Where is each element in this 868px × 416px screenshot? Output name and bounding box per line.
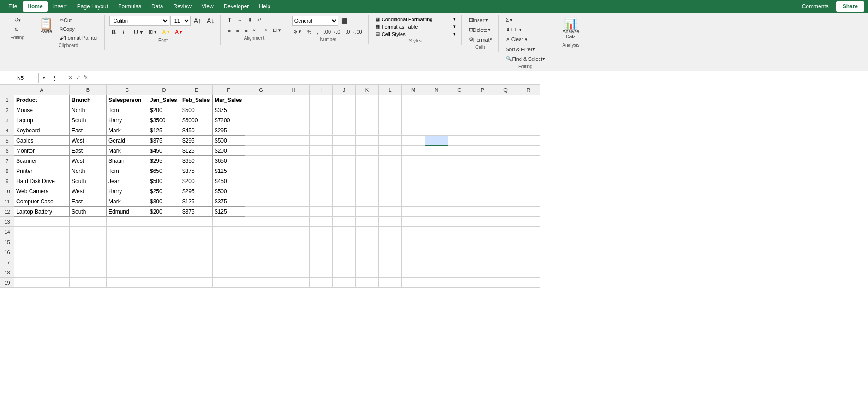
col-header-G[interactable]: G — [245, 85, 277, 95]
cell-Q2[interactable] — [494, 105, 517, 115]
col-header-I[interactable]: I — [310, 85, 333, 95]
cell-G14[interactable] — [245, 227, 277, 237]
cell-H16[interactable] — [277, 247, 310, 257]
cell-R8[interactable] — [517, 166, 540, 176]
cell-F11[interactable]: $375 — [213, 196, 245, 207]
cell-K12[interactable] — [356, 207, 379, 217]
cell-E11[interactable]: $125 — [180, 196, 213, 207]
col-header-M[interactable]: M — [402, 85, 425, 95]
cell-G4[interactable] — [245, 125, 277, 136]
insert-button[interactable]: ⊞ Insert ▾ — [467, 16, 495, 24]
cell-F10[interactable]: $500 — [213, 186, 245, 196]
cell-K10[interactable] — [356, 186, 379, 196]
cell-A19[interactable] — [14, 278, 70, 288]
cell-R13[interactable] — [517, 217, 540, 227]
cell-D18[interactable] — [148, 267, 180, 278]
cell-C16[interactable] — [107, 247, 148, 257]
cell-A15[interactable] — [14, 237, 70, 247]
cell-L9[interactable] — [379, 176, 402, 186]
cell-N18[interactable] — [425, 267, 448, 278]
italic-button[interactable]: I — [120, 27, 131, 37]
cell-P9[interactable] — [471, 176, 494, 186]
cell-J6[interactable] — [333, 146, 356, 156]
cell-N4[interactable] — [425, 125, 448, 136]
cell-E18[interactable] — [180, 267, 213, 278]
cell-B14[interactable] — [70, 227, 107, 237]
cell-E16[interactable] — [180, 247, 213, 257]
cell-P18[interactable] — [471, 267, 494, 278]
cell-A2[interactable]: Mouse — [14, 105, 70, 115]
cell-G8[interactable] — [245, 166, 277, 176]
delete-button[interactable]: ⊟ Delete ▾ — [467, 25, 495, 34]
format-button[interactable]: ⚙ Format ▾ — [467, 35, 495, 44]
row-header-12[interactable]: 12 — [0, 207, 14, 217]
cell-H6[interactable] — [277, 146, 310, 156]
cell-N11[interactable] — [425, 196, 448, 207]
paste-button[interactable]: 📋 Paste — [36, 16, 56, 36]
cell-K9[interactable] — [356, 176, 379, 186]
cell-P11[interactable] — [471, 196, 494, 207]
cell-A13[interactable] — [14, 217, 70, 227]
cell-L11[interactable] — [379, 196, 402, 207]
cell-K1[interactable] — [356, 95, 379, 105]
cell-K19[interactable] — [356, 278, 379, 288]
cell-R19[interactable] — [517, 278, 540, 288]
cell-N12[interactable] — [425, 207, 448, 217]
align-center-button[interactable]: ≡ — [234, 26, 241, 35]
col-header-B[interactable]: B — [70, 85, 107, 95]
cell-A16[interactable] — [14, 247, 70, 257]
cell-H4[interactable] — [277, 125, 310, 136]
cell-C8[interactable]: Tom — [107, 166, 148, 176]
cell-J4[interactable] — [333, 125, 356, 136]
cell-I9[interactable] — [310, 176, 333, 186]
cell-M19[interactable] — [402, 278, 425, 288]
cell-L18[interactable] — [379, 267, 402, 278]
cell-G5[interactable] — [245, 136, 277, 146]
cell-C17[interactable] — [107, 257, 148, 267]
cell-L12[interactable] — [379, 207, 402, 217]
cell-F16[interactable] — [213, 247, 245, 257]
cell-E14[interactable] — [180, 227, 213, 237]
cell-E17[interactable] — [180, 257, 213, 267]
row-header-2[interactable]: 2 — [0, 105, 14, 115]
col-header-L[interactable]: L — [379, 85, 402, 95]
menu-home[interactable]: Home — [23, 1, 47, 12]
cell-H10[interactable] — [277, 186, 310, 196]
cell-M7[interactable] — [402, 156, 425, 166]
cell-F15[interactable] — [213, 237, 245, 247]
cell-D17[interactable] — [148, 257, 180, 267]
cell-L2[interactable] — [379, 105, 402, 115]
cell-B2[interactable]: North — [70, 105, 107, 115]
cell-L16[interactable] — [379, 247, 402, 257]
cell-N19[interactable] — [425, 278, 448, 288]
cell-G9[interactable] — [245, 176, 277, 186]
cell-Q5[interactable] — [494, 136, 517, 146]
cell-F7[interactable]: $650 — [213, 156, 245, 166]
cell-O6[interactable] — [448, 146, 471, 156]
menu-review[interactable]: Review — [168, 1, 196, 12]
cell-O9[interactable] — [448, 176, 471, 186]
cell-G18[interactable] — [245, 267, 277, 278]
number-format-select[interactable]: General — [292, 16, 338, 26]
cell-R9[interactable] — [517, 176, 540, 186]
cell-L4[interactable] — [379, 125, 402, 136]
align-middle-button[interactable]: ↔ — [235, 16, 245, 24]
col-header-C[interactable]: C — [107, 85, 148, 95]
cell-C12[interactable]: Edmund — [107, 207, 148, 217]
cell-N7[interactable] — [425, 156, 448, 166]
cell-I13[interactable] — [310, 217, 333, 227]
cell-F17[interactable] — [213, 257, 245, 267]
cell-O17[interactable] — [448, 257, 471, 267]
cell-A14[interactable] — [14, 227, 70, 237]
cell-A1[interactable]: Product — [14, 95, 70, 105]
cell-H5[interactable] — [277, 136, 310, 146]
cell-O19[interactable] — [448, 278, 471, 288]
cell-O4[interactable] — [448, 125, 471, 136]
cell-E7[interactable]: $650 — [180, 156, 213, 166]
col-header-J[interactable]: J — [333, 85, 356, 95]
redo-button[interactable]: ↻ — [12, 25, 23, 34]
align-bottom-button[interactable]: ⬇ — [245, 16, 254, 24]
cell-K17[interactable] — [356, 257, 379, 267]
cell-P8[interactable] — [471, 166, 494, 176]
cell-I17[interactable] — [310, 257, 333, 267]
